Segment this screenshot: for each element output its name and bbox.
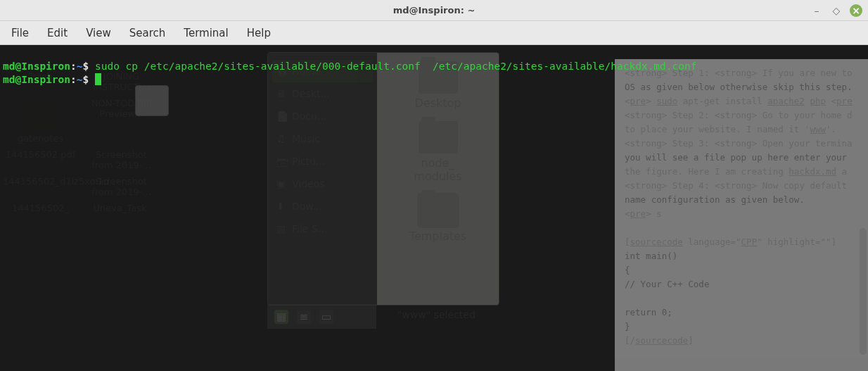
menu-help[interactable]: Help	[238, 23, 279, 44]
window-title: md@Inspiron: ~	[393, 5, 476, 15]
menu-view[interactable]: View	[77, 23, 120, 44]
close-icon[interactable]: ×	[850, 4, 862, 17]
terminal-command: sudo cp /etc/apache2/sites-available/000…	[95, 61, 697, 72]
terminal-cursor	[95, 73, 101, 85]
maximize-icon[interactable]: ◇	[830, 4, 843, 17]
prompt-sep: :	[70, 61, 77, 72]
prompt-user: md@Inspiron	[3, 74, 70, 85]
prompt-sep: :	[70, 74, 77, 85]
minimize-icon[interactable]: –	[810, 4, 823, 17]
window-titlebar: md@Inspiron: ~ – ◇ ×	[0, 0, 868, 21]
menu-terminal[interactable]: Terminal	[175, 23, 236, 44]
prompt-path: ~	[77, 61, 83, 72]
menubar: File Edit View Search Terminal Help	[0, 21, 868, 45]
window-controls: – ◇ ×	[810, 4, 862, 17]
prompt-end: $	[83, 61, 95, 72]
prompt-end: $	[83, 74, 95, 85]
menu-edit[interactable]: Edit	[39, 23, 76, 44]
menu-search[interactable]: Search	[121, 23, 174, 44]
menu-file[interactable]: File	[3, 23, 37, 44]
prompt-user: md@Inspiron	[3, 61, 70, 72]
terminal[interactable]: md@Inspiron:~$ sudo cp /etc/apache2/site…	[0, 45, 868, 371]
prompt-path: ~	[77, 74, 83, 85]
